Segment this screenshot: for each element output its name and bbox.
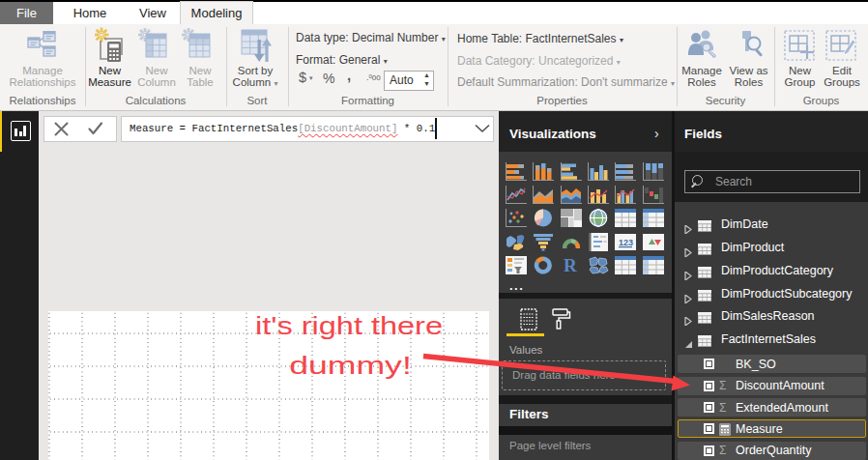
svg-text:123: 123 — [619, 238, 633, 247]
svg-text:R: R — [564, 256, 577, 274]
